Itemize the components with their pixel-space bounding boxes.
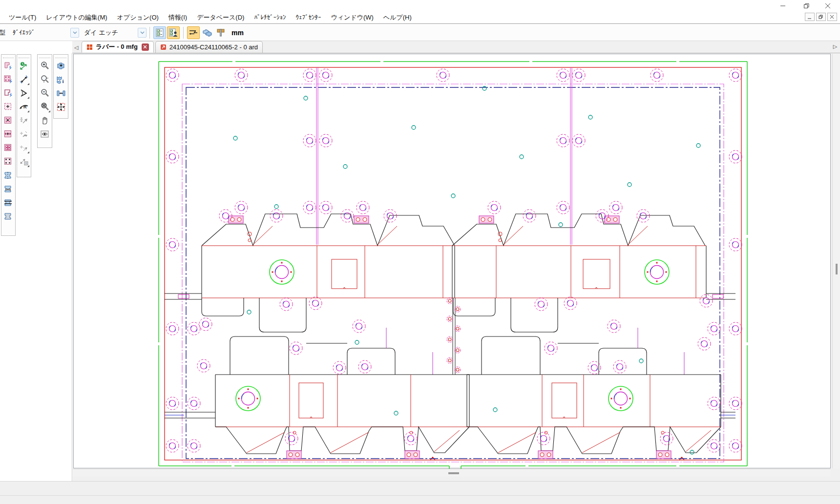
rubber-outline-tool[interactable] [2, 86, 15, 100]
property-toolbar: 型 ﾀﾞｲｴｯｼﾞ ダイ エッチ [0, 24, 840, 41]
tab-label: 24100945-C24110065-2 - 0 ard [169, 43, 258, 51]
design-gap-tool[interactable] [55, 86, 67, 100]
flyout-corner [27, 110, 29, 112]
palette-grip[interactable] [19, 55, 29, 58]
rubber-split-lines-tool[interactable] [2, 196, 15, 209]
units-label: mm [231, 29, 244, 37]
vertical-scroll-handle[interactable] [836, 264, 838, 274]
move-point-flash-tool[interactable] [18, 155, 30, 168]
zoom-options-tool[interactable] [39, 73, 51, 86]
mdi-close-button[interactable] [827, 13, 837, 21]
move-layout-tool[interactable] [55, 100, 67, 113]
minimize-icon [807, 15, 812, 20]
menu-webcenter[interactable]: ｳｪﾌﾞｾﾝﾀｰ [291, 12, 326, 22]
rubber-select-region-tool[interactable] [2, 100, 15, 113]
move-point-bend-tool[interactable] [18, 127, 30, 141]
horizontal-scroll-handle[interactable] [448, 472, 459, 474]
flyout-corner [27, 151, 29, 153]
window-restore-button[interactable] [798, 1, 815, 10]
pan-tool[interactable] [39, 114, 51, 127]
close-icon [830, 15, 835, 20]
horizontal-scroll-strip[interactable] [73, 469, 831, 477]
palette-grip[interactable] [39, 55, 50, 58]
menu-edit-layout[interactable]: レイアウトの編集(M) [41, 12, 112, 23]
layer-checklist-user-button[interactable] [167, 26, 180, 39]
menu-options[interactable]: オプション(O) [112, 12, 164, 23]
menu-database[interactable]: データベース(D) [192, 12, 249, 23]
rubber-add-piece-tool[interactable] [2, 114, 15, 127]
add-design-tool[interactable] [55, 59, 67, 72]
die-edge-combo[interactable]: ﾀﾞｲｴｯｼﾞ [13, 28, 79, 38]
menu-window[interactable]: ウィンドウ(W) [326, 12, 378, 23]
bridge-line-icon [3, 170, 13, 180]
mdi-restore-button[interactable] [816, 13, 826, 21]
chevron-down-icon[interactable] [70, 28, 79, 38]
tab-ard-design[interactable]: 24100945-C24110065-2 - 0 ard [155, 41, 263, 53]
layout-tools-palette: i [53, 54, 68, 119]
application-window: ツール(T) レイアウトの編集(M) オプション(O) 情報(I) データベース… [0, 0, 840, 504]
shrink-piece-icon [3, 129, 13, 139]
minimize-icon [780, 3, 786, 9]
tab-rubber-mfg[interactable]: ラバー - 0 mfg [82, 41, 154, 53]
chevron-down-icon[interactable] [138, 28, 147, 38]
rubber-tile-tool[interactable] [2, 141, 15, 154]
board-pin-button[interactable] [214, 26, 227, 39]
measure-distance-tool[interactable] [18, 73, 30, 86]
menu-info[interactable]: 情報(I) [164, 12, 192, 23]
add-design-icon [56, 61, 66, 71]
carton-blank-bottom-right [467, 375, 721, 459]
eye-icon [40, 129, 50, 139]
rubber-shrink-piece-tool[interactable] [2, 127, 15, 141]
die-etch-combo[interactable]: ダイ エッチ [84, 28, 147, 38]
window-close-button[interactable] [819, 1, 836, 10]
measure-clock-tool[interactable] [18, 59, 30, 72]
move-point-slash-tool[interactable] [18, 141, 30, 154]
nested-layout-button[interactable] [201, 26, 213, 39]
counter-direction-button[interactable] [187, 26, 200, 39]
zoom-out-tool[interactable] [39, 86, 51, 100]
hand-icon [40, 116, 50, 126]
tab-close-button[interactable] [142, 43, 149, 51]
tab-scroll-left-button[interactable]: ◁ [72, 42, 80, 53]
measure-angle-tool[interactable] [18, 86, 30, 100]
move-point-tool[interactable] [18, 114, 30, 127]
die-edge-combo-value: ﾀﾞｲｴｯｼﾞ [13, 29, 35, 36]
toolbar-separator [183, 27, 184, 39]
rubber-holes-tool[interactable] [2, 182, 15, 195]
restore-icon [803, 3, 809, 9]
status-bar [0, 481, 840, 495]
plain-piece-icon [3, 211, 13, 221]
rubber-area-tool[interactable] [2, 73, 15, 86]
redraw-tool[interactable] [39, 127, 51, 141]
drawing-canvas[interactable] [73, 54, 831, 468]
holes-icon [3, 184, 13, 194]
carton-blank-top-left [202, 214, 455, 298]
zoom-extents-tool[interactable] [39, 100, 51, 113]
nested-shapes-icon [202, 29, 212, 37]
design-gap-icon [56, 88, 66, 98]
toolbar-separator [149, 27, 150, 39]
rubber-plain-piece-tool[interactable] [2, 210, 15, 223]
board-edge [159, 62, 747, 469]
close-icon [143, 45, 147, 49]
tool-dock: R i [0, 53, 72, 481]
tab-scroll-right-button[interactable]: ▷ [831, 41, 839, 52]
menu-palletization[interactable]: ﾊﾟﾚﾁｾﾞｰｼｮﾝ [249, 12, 291, 22]
design-info-tool[interactable]: i [55, 73, 67, 86]
layer-checklist-button[interactable] [153, 26, 166, 39]
measure-radius-tool[interactable]: R [18, 100, 30, 113]
menu-tools[interactable]: ツール(T) [4, 12, 41, 23]
rubber-corner-points-tool[interactable] [2, 155, 15, 168]
split-lines-icon [3, 198, 13, 208]
palette-grip[interactable] [55, 55, 66, 58]
zoom-in-icon [40, 61, 50, 71]
window-minimize-button[interactable] [775, 1, 791, 10]
rubber-auto-tool[interactable] [2, 59, 15, 72]
rubber-bridge-line-tool[interactable] [2, 168, 15, 182]
die-layout-drawing [74, 54, 831, 469]
menu-help[interactable]: ヘルプ(H) [378, 12, 417, 23]
mdi-minimize-button[interactable] [805, 13, 815, 21]
palette-grip[interactable] [3, 55, 14, 58]
zoom-in-tool[interactable] [39, 59, 51, 72]
vertical-scroll-strip[interactable] [832, 54, 840, 468]
